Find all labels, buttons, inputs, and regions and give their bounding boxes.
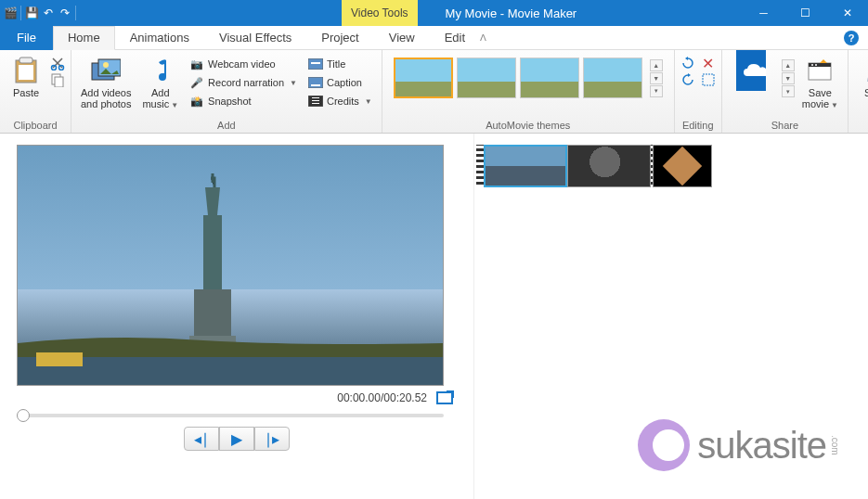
add-videos-button[interactable]: Add videos and photos bbox=[77, 54, 135, 111]
share-scroll-up[interactable]: ▲ bbox=[782, 59, 795, 71]
svg-rect-25 bbox=[203, 215, 222, 289]
onedrive-icon bbox=[736, 56, 766, 85]
play-button[interactable]: ▶ bbox=[219, 427, 254, 451]
video-preview[interactable] bbox=[17, 145, 444, 386]
watermark: sukasite .com bbox=[638, 419, 840, 471]
credits-button[interactable]: Credits▼ bbox=[304, 93, 376, 109]
tab-view[interactable]: View bbox=[374, 26, 430, 50]
snapshot-button[interactable]: 📸Snapshot bbox=[186, 93, 301, 109]
tab-project[interactable]: Project bbox=[306, 26, 373, 50]
window-title: My Movie - Movie Maker bbox=[446, 6, 577, 20]
tab-edit[interactable]: Edit bbox=[430, 26, 480, 50]
theme-thumb-1[interactable] bbox=[394, 58, 453, 98]
theme-thumb-4[interactable] bbox=[583, 58, 642, 98]
caption-button[interactable]: Caption bbox=[304, 74, 376, 91]
svg-rect-1 bbox=[19, 58, 32, 63]
minimize-button[interactable]: ─ bbox=[743, 0, 784, 26]
copy-icon[interactable] bbox=[50, 72, 65, 87]
onedrive-button[interactable] bbox=[728, 54, 774, 89]
timeline-strip[interactable] bbox=[484, 145, 859, 187]
seek-thumb[interactable] bbox=[17, 409, 30, 422]
clip-2[interactable] bbox=[567, 145, 651, 187]
caption-icon bbox=[308, 75, 323, 90]
svg-rect-16 bbox=[312, 100, 319, 101]
themes-expand[interactable]: ▾ bbox=[650, 85, 663, 97]
microphone-icon: 🎤 bbox=[189, 75, 204, 90]
video-tools-context-tab: Video Tools bbox=[342, 0, 418, 26]
collapse-ribbon-icon[interactable]: ᐱ bbox=[480, 32, 486, 43]
prev-frame-button[interactable]: ◂∣ bbox=[184, 427, 219, 451]
svg-rect-11 bbox=[311, 62, 320, 64]
cut-icon[interactable] bbox=[50, 56, 65, 70]
app-icon: 🎬 bbox=[4, 6, 17, 19]
themes-scroll-up[interactable]: ▲ bbox=[650, 59, 663, 71]
rotate-left-icon[interactable] bbox=[680, 56, 695, 70]
share-expand[interactable]: ▾ bbox=[782, 85, 795, 97]
select-all-icon[interactable] bbox=[701, 72, 716, 87]
seek-bar[interactable] bbox=[17, 414, 444, 417]
titlebar: 🎬 💾 ↶ ↷ Video Tools My Movie - Movie Mak… bbox=[0, 0, 868, 26]
svg-rect-17 bbox=[312, 103, 319, 104]
help-icon[interactable]: ? bbox=[844, 31, 859, 45]
svg-rect-12 bbox=[308, 77, 323, 88]
theme-thumb-3[interactable] bbox=[520, 58, 579, 98]
svg-point-22 bbox=[811, 64, 813, 66]
tab-visual-effects[interactable]: Visual Effects bbox=[204, 26, 306, 50]
theme-thumb-2[interactable] bbox=[457, 58, 516, 98]
save-movie-icon bbox=[805, 56, 835, 85]
svg-rect-15 bbox=[312, 97, 319, 98]
share-scroll-down[interactable]: ▼ bbox=[782, 72, 795, 84]
title-button[interactable]: Title bbox=[304, 56, 376, 72]
clipboard-icon bbox=[11, 56, 41, 85]
sign-in-button[interactable]: Sign in bbox=[854, 54, 868, 111]
save-movie-button[interactable]: Save movie▼ bbox=[798, 54, 842, 112]
maximize-button[interactable]: ☐ bbox=[784, 0, 826, 26]
group-editing: ✕ Editing bbox=[675, 50, 722, 133]
music-note-icon bbox=[146, 56, 175, 85]
svg-point-9 bbox=[103, 62, 109, 68]
paste-button[interactable]: Paste bbox=[6, 54, 46, 100]
menubar: File Home Animations Visual Effects Proj… bbox=[0, 26, 868, 50]
webcam-icon: 📷 bbox=[189, 57, 204, 71]
add-music-button[interactable]: Add music▼ bbox=[138, 54, 182, 112]
photos-icon bbox=[91, 56, 121, 85]
watermark-logo bbox=[638, 419, 690, 471]
title-icon bbox=[308, 57, 323, 71]
preview-panel: 00:00.00/00:20.52 ◂∣ ▶ ∣▸ bbox=[0, 134, 473, 499]
group-share: ▲ ▼ ▾ Save movie▼ Share bbox=[722, 50, 849, 133]
user-icon bbox=[860, 56, 868, 85]
svg-rect-6 bbox=[55, 77, 63, 87]
ribbon: Paste Clipboard Add videos and photos Ad… bbox=[0, 50, 868, 134]
clip-1[interactable] bbox=[484, 145, 567, 187]
themes-scroll-down[interactable]: ▼ bbox=[650, 72, 663, 84]
delete-icon[interactable]: ✕ bbox=[701, 56, 716, 70]
webcam-video-button[interactable]: 📷Webcam video bbox=[186, 56, 301, 72]
svg-point-23 bbox=[815, 64, 817, 66]
redo-icon[interactable]: ↷ bbox=[58, 6, 71, 19]
close-button[interactable]: ✕ bbox=[826, 0, 868, 26]
next-frame-button[interactable]: ∣▸ bbox=[254, 427, 290, 451]
group-add: Add videos and photos Add music▼ 📷Webcam… bbox=[71, 50, 382, 133]
tab-home[interactable]: Home bbox=[53, 26, 115, 50]
rotate-right-icon[interactable] bbox=[680, 72, 695, 87]
group-automovie-themes: ▲ ▼ ▾ AutoMovie themes bbox=[382, 50, 675, 133]
svg-rect-18 bbox=[703, 74, 714, 85]
time-display: 00:00.00/00:20.52 bbox=[337, 391, 427, 404]
svg-rect-13 bbox=[311, 84, 320, 86]
file-tab[interactable]: File bbox=[0, 26, 53, 50]
undo-icon[interactable]: ↶ bbox=[42, 6, 55, 19]
save-icon[interactable]: 💾 bbox=[25, 6, 38, 19]
clip-3[interactable] bbox=[653, 145, 712, 187]
record-narration-button[interactable]: 🎤Record narration▼ bbox=[186, 74, 301, 91]
svg-rect-2 bbox=[19, 65, 33, 80]
group-clipboard: Paste Clipboard bbox=[0, 50, 71, 133]
camera-icon: 📸 bbox=[189, 94, 204, 109]
fullscreen-button[interactable] bbox=[436, 391, 453, 404]
tab-animations[interactable]: Animations bbox=[115, 26, 204, 50]
group-signin: Sign in bbox=[849, 50, 868, 133]
credits-icon bbox=[308, 94, 323, 109]
